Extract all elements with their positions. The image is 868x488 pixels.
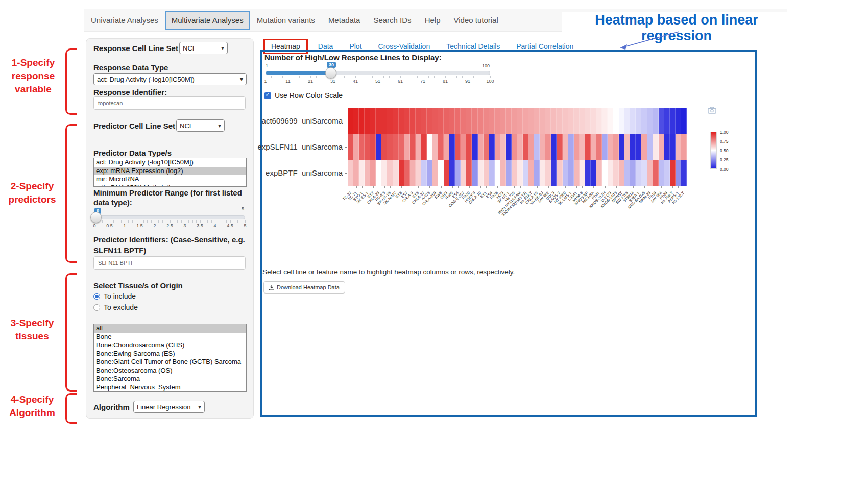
column-tick-mark: [582, 186, 583, 188]
row-tick-mark: [345, 121, 347, 121]
min-range-tick: 4: [213, 223, 216, 228]
heatmap-cell: [528, 108, 534, 134]
min-range-tick: 0: [93, 223, 95, 228]
tissue-option[interactable]: all: [94, 324, 246, 333]
nav-item-multivariate-analyses[interactable]: Multivariate Analyses: [165, 11, 250, 30]
tissue-option[interactable]: Bone:Ewing Sarcoma (ES): [94, 350, 246, 358]
heatmap-cell: [455, 108, 461, 134]
heatmap-cell: [444, 160, 449, 186]
predictor-cell-line-set-select[interactable]: NCI: [176, 119, 225, 132]
nav-item-univariate-analyses[interactable]: Univariate Analyses: [84, 11, 165, 30]
tissue-option[interactable]: Bone:Osteosarcoma (OS): [94, 367, 246, 375]
predictor-data-type-option[interactable]: exp: mRNA Expression (log2): [94, 167, 246, 176]
heatmap-cell: [676, 160, 681, 186]
nav-item-video-tutorial[interactable]: Video tutorial: [447, 11, 504, 30]
heatmap-cell: [591, 134, 596, 160]
column-tick-mark: [356, 186, 357, 188]
nav-item-metadata[interactable]: Metadata: [322, 11, 367, 30]
heatmap-cell: [381, 108, 387, 134]
legend-tick-mark: [717, 151, 719, 151]
column-tick-mark: [480, 186, 481, 188]
download-icon: [269, 285, 274, 290]
predictor-data-type-option[interactable]: mth: DNA 850K Methylation: [94, 184, 246, 187]
column-tick-mark: [475, 186, 475, 188]
predictor-cell-line-set-label: Predictor Cell Line Set: [93, 121, 175, 130]
heatmap-cell: [381, 134, 387, 160]
heatmap-row-label[interactable]: expBPTF_uniSarcoma: [257, 168, 343, 177]
heatmap-cell: [568, 134, 574, 160]
heatmap-cell: [365, 108, 370, 134]
column-tick-mark: [351, 186, 351, 188]
predictor-data-type-option[interactable]: act: Drug Activity (-log10[IC50M]): [94, 158, 246, 167]
min-range-slider-handle[interactable]: [90, 212, 102, 223]
heatmap-cell: [359, 160, 365, 186]
tissue-option[interactable]: Peripheral_Nervous_System: [94, 383, 246, 392]
lines-slider-max-label: 100: [482, 63, 490, 68]
heatmap-cell: [591, 108, 596, 134]
lines-slider-label: Number of High/Low Response Lines to Dis…: [264, 53, 442, 62]
column-tick-mark: [661, 186, 662, 188]
heatmap-cell: [472, 134, 477, 160]
tissue-option[interactable]: Bone:Sarcoma: [94, 375, 246, 383]
heatmap-cell: [404, 134, 410, 160]
heatmap-cell: [506, 108, 512, 134]
nav-item-mutation-variants[interactable]: Mutation variants: [250, 11, 322, 30]
heatmap-cell: [393, 160, 399, 186]
heatmap-cell: [580, 134, 585, 160]
predictor-data-types-label: Predictor Data Type/s: [93, 149, 172, 157]
heatmap-cell: [670, 160, 676, 186]
heatmap-cell: [580, 108, 585, 134]
heatmap-cell: [636, 108, 641, 134]
heatmap-row-label[interactable]: expSLFN11_uniSarcoma: [257, 142, 343, 151]
column-tick-mark: [611, 186, 611, 188]
column-tick-mark: [599, 186, 599, 188]
heatmap-cell: [630, 108, 636, 134]
heatmap-cell: [664, 160, 670, 186]
tissue-option[interactable]: Bone:Giant Cell Tumor of Bone (GCTB) Sar…: [94, 358, 246, 367]
heatmap-cell: [461, 134, 466, 160]
predictor-data-type-option[interactable]: mir: MicroRNA: [94, 175, 246, 184]
heatmap-cell: [585, 134, 591, 160]
heatmap-cell: [647, 134, 653, 160]
legend-tick-label: 0.75: [720, 139, 729, 144]
tissues-listbox[interactable]: allBoneBone:Chondrosarcoma (CHS)Bone:Ewi…: [93, 324, 247, 392]
row-color-scale-checkbox[interactable]: [264, 92, 271, 99]
lines-slider-track[interactable]: [266, 71, 490, 75]
camera-snapshot-icon[interactable]: [708, 107, 716, 114]
min-range-tick: 3.5: [197, 223, 203, 228]
lines-slider-ticklabels: 1112131415161718191100: [266, 79, 490, 86]
legend-tick-label: 0.00: [720, 167, 729, 172]
nav-item-help[interactable]: Help: [418, 11, 447, 30]
annotation-arrow-icon: [613, 29, 684, 51]
tissue-exclude-radio[interactable]: To exclude: [93, 303, 138, 311]
response-identifier-input[interactable]: topotecan: [93, 96, 246, 110]
response-cell-line-set-select[interactable]: NCI: [179, 42, 228, 54]
heatmap-cell: [353, 160, 359, 186]
heatmap-cell: [636, 160, 641, 186]
heatmap-cell: [659, 160, 664, 186]
heatmap-cell: [624, 108, 630, 134]
response-identifier-label: Response Identifier:: [93, 88, 167, 96]
lines-slider-tick: 100: [486, 79, 494, 84]
download-heatmap-data-button[interactable]: Download Heatmap Data: [263, 281, 345, 294]
column-tick-mark: [667, 186, 667, 188]
heatmap-cell: [376, 108, 381, 134]
tissue-option[interactable]: Bone:Chondrosarcoma (CHS): [94, 341, 246, 350]
response-data-type-select[interactable]: act: Drug Activity (-log10[IC50M]): [93, 73, 247, 85]
heatmap-row-label[interactable]: act609699_uniSarcoma: [257, 116, 343, 125]
column-tick-mark: [384, 186, 385, 188]
predictor-identifiers-input[interactable]: SLFN11 BPTF: [93, 256, 246, 270]
algorithm-select[interactable]: Linear Regression: [133, 401, 205, 413]
min-range-slider-track[interactable]: [94, 215, 245, 219]
predictor-data-types-listbox[interactable]: act: Drug Activity (-log10[IC50M])exp: m…: [93, 158, 247, 187]
lines-slider-handle[interactable]: [325, 67, 336, 79]
nav-item-search-ids[interactable]: Search IDs: [367, 11, 418, 30]
heatmap-cell: [399, 160, 404, 186]
tissue-option[interactable]: Bone: [94, 333, 246, 341]
tissue-include-radio[interactable]: To include: [93, 292, 136, 300]
column-tick-mark: [628, 186, 628, 188]
min-range-tick: 2: [153, 223, 156, 228]
heatmap-cell: [472, 108, 477, 134]
column-tick-mark: [554, 186, 554, 188]
column-tick-mark: [441, 186, 442, 188]
